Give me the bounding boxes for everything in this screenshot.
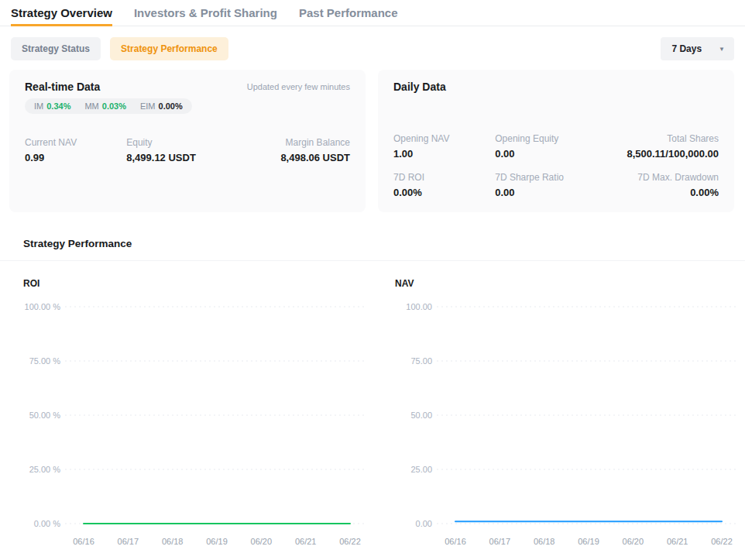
subtab-strategy-performance[interactable]: Strategy Performance bbox=[110, 37, 228, 60]
svg-text:06/19: 06/19 bbox=[206, 537, 228, 546]
total-shares-stat: Total Shares 8,500.11/100,000.00 bbox=[597, 133, 719, 160]
svg-text:06/16: 06/16 bbox=[445, 537, 466, 546]
svg-text:25.00: 25.00 bbox=[410, 465, 432, 474]
svg-text:06/21: 06/21 bbox=[667, 537, 688, 546]
tab-strategy-overview[interactable]: Strategy Overview bbox=[11, 0, 112, 26]
svg-text:06/21: 06/21 bbox=[295, 537, 317, 546]
tab-investors-profit-sharing[interactable]: Investors & Profit Sharing bbox=[134, 0, 277, 26]
top-tab-bar: Strategy Overview Investors & Profit Sha… bbox=[0, 0, 745, 26]
eim-badge: EIM0.00% bbox=[140, 101, 183, 111]
daily-card-title: Daily Data bbox=[393, 81, 446, 93]
data-cards-row: Real-time Data Updated every few minutes… bbox=[9, 70, 734, 212]
svg-text:75.00: 75.00 bbox=[410, 356, 432, 366]
opening-nav-stat: Opening NAV 1.00 bbox=[393, 133, 495, 160]
svg-text:100.00: 100.00 bbox=[406, 302, 432, 311]
realtime-data-card: Real-time Data Updated every few minutes… bbox=[9, 70, 366, 212]
im-badge: IM0.34% bbox=[34, 101, 70, 111]
current-nav-stat: Current NAV 0.99 bbox=[25, 137, 126, 163]
tab-past-performance[interactable]: Past Performance bbox=[299, 0, 398, 26]
svg-text:50.00 %: 50.00 % bbox=[29, 411, 61, 420]
svg-text:0.00: 0.00 bbox=[416, 519, 432, 528]
svg-text:06/16: 06/16 bbox=[73, 537, 94, 546]
charts-row: ROI 100.00 %75.00 %50.00 %25.00 %0.00 %0… bbox=[0, 261, 745, 554]
strategy-performance-heading: Strategy Performance bbox=[23, 238, 745, 249]
margin-balance-stat: Margin Balance 8,498.06 USDT bbox=[228, 137, 351, 163]
equity-stat: Equity 8,499.12 USDT bbox=[126, 137, 228, 163]
controls-row: Strategy Status Strategy Performance 7 D… bbox=[11, 37, 734, 60]
mm-badge: MM0.03% bbox=[84, 101, 126, 111]
svg-text:0.00 %: 0.00 % bbox=[34, 519, 60, 528]
7d-max-drawdown-stat: 7D Max. Drawdown 0.00% bbox=[597, 172, 719, 198]
roi-chart-title: ROI bbox=[23, 278, 364, 289]
nav-chart-block: NAV 100.0075.0050.0025.000.0006/1606/170… bbox=[395, 278, 736, 554]
nav-chart-title: NAV bbox=[395, 278, 736, 289]
margin-badges: IM0.34% MM0.03% EIM0.00% bbox=[25, 98, 192, 114]
subtab-strategy-status[interactable]: Strategy Status bbox=[11, 37, 101, 60]
svg-text:06/18: 06/18 bbox=[534, 537, 555, 546]
svg-text:100.00 %: 100.00 % bbox=[25, 302, 61, 311]
roi-chart-block: ROI 100.00 %75.00 %50.00 %25.00 %0.00 %0… bbox=[23, 278, 364, 554]
period-dropdown-value: 7 Days bbox=[671, 43, 702, 54]
nav-chart: 100.0075.0050.0025.000.0006/1606/1706/18… bbox=[395, 298, 736, 551]
7d-roi-stat: 7D ROI 0.00% bbox=[393, 172, 495, 198]
period-dropdown[interactable]: 7 Days ▼ bbox=[661, 37, 734, 60]
svg-text:06/20: 06/20 bbox=[623, 537, 644, 546]
svg-text:06/22: 06/22 bbox=[339, 537, 361, 546]
roi-chart: 100.00 %75.00 %50.00 %25.00 %0.00 %06/16… bbox=[23, 298, 364, 551]
svg-text:06/17: 06/17 bbox=[489, 537, 511, 546]
svg-text:25.00 %: 25.00 % bbox=[29, 465, 61, 474]
svg-text:06/17: 06/17 bbox=[118, 537, 139, 546]
updated-note: Updated every few minutes bbox=[247, 82, 350, 91]
svg-text:06/19: 06/19 bbox=[578, 537, 599, 546]
realtime-card-title: Real-time Data bbox=[25, 81, 100, 93]
svg-text:06/18: 06/18 bbox=[162, 537, 184, 546]
chevron-down-icon: ▼ bbox=[719, 46, 725, 53]
opening-equity-stat: Opening Equity 0.00 bbox=[495, 133, 596, 160]
7d-sharpe-ratio-stat: 7D Sharpe Ratio 0.00 bbox=[495, 172, 596, 198]
svg-text:06/22: 06/22 bbox=[711, 537, 733, 546]
daily-data-card: Daily Data Opening NAV 1.00 Opening Equi… bbox=[378, 70, 734, 212]
svg-text:06/20: 06/20 bbox=[251, 537, 273, 546]
svg-text:50.00: 50.00 bbox=[410, 411, 432, 420]
svg-text:75.00 %: 75.00 % bbox=[29, 356, 61, 366]
